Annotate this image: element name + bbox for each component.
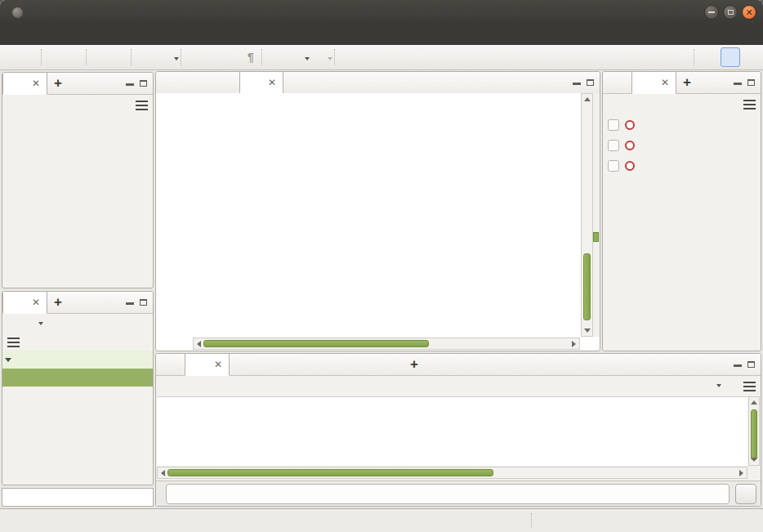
view-menu-icon[interactable] bbox=[743, 382, 756, 391]
scroll-left-arrow[interactable] bbox=[197, 341, 201, 347]
breakpoint-checkbox[interactable] bbox=[608, 119, 619, 131]
minimize-view-icon[interactable] bbox=[126, 302, 134, 305]
suspend-icon[interactable] bbox=[62, 318, 74, 330]
tab-relocate-64-s[interactable] bbox=[184, 72, 212, 93]
filter-icon[interactable] bbox=[84, 99, 96, 111]
forward-button[interactable] bbox=[310, 47, 328, 67]
debug-core-row-selected[interactable] bbox=[2, 369, 153, 387]
remove-console-icon[interactable] bbox=[682, 380, 694, 392]
editor-vertical-scrollbar[interactable] bbox=[581, 93, 593, 337]
scrollbar-thumb[interactable] bbox=[167, 469, 493, 476]
maximize-view-icon[interactable] bbox=[747, 79, 755, 86]
highlight-button[interactable] bbox=[156, 47, 174, 67]
scroll-up-arrow[interactable] bbox=[584, 97, 591, 101]
remove-breakpoint-icon[interactable] bbox=[658, 98, 670, 110]
disconnect-icon[interactable] bbox=[7, 318, 20, 330]
clean-icon[interactable] bbox=[118, 99, 131, 111]
forward-dropdown[interactable] bbox=[328, 57, 332, 63]
breakpoint-checkbox[interactable] bbox=[608, 160, 619, 172]
show-whitespace-button[interactable]: ¶ bbox=[242, 47, 260, 67]
console-horizontal-scrollbar[interactable] bbox=[157, 467, 747, 479]
document-box-button[interactable] bbox=[224, 47, 242, 67]
step-return-icon[interactable] bbox=[109, 318, 121, 330]
minimize-view-icon[interactable] bbox=[573, 83, 581, 85]
close-tab-icon[interactable]: ✕ bbox=[32, 78, 40, 89]
tab-variables[interactable] bbox=[230, 354, 259, 375]
flash-icon[interactable] bbox=[23, 318, 35, 330]
view-menu-icon[interactable] bbox=[7, 338, 20, 347]
new-view-button[interactable]: + bbox=[676, 72, 698, 93]
step-instruction-icon[interactable] bbox=[124, 318, 136, 330]
hidden-tabs-indicator[interactable] bbox=[283, 72, 301, 93]
scrollbar-thumb[interactable] bbox=[583, 253, 591, 320]
new-view-button[interactable]: + bbox=[47, 73, 69, 94]
new-view-button[interactable]: + bbox=[404, 354, 425, 375]
view-menu-icon[interactable] bbox=[136, 101, 148, 110]
tab-disassembly[interactable] bbox=[317, 354, 346, 375]
console-vertical-scrollbar[interactable] bbox=[748, 396, 760, 466]
import-button[interactable] bbox=[21, 47, 39, 67]
scrollbar-thumb[interactable] bbox=[203, 340, 429, 347]
overview-ruler[interactable] bbox=[593, 93, 600, 337]
minimize-view-icon[interactable] bbox=[734, 364, 742, 367]
edit-button[interactable] bbox=[188, 47, 206, 67]
minimize-view-icon[interactable] bbox=[126, 83, 134, 86]
new-window-button[interactable] bbox=[3, 47, 21, 67]
tab-board-r-c[interactable]: ✕ bbox=[239, 72, 283, 94]
close-tab-icon[interactable]: ✕ bbox=[214, 359, 222, 370]
import-projects-link[interactable] bbox=[17, 155, 146, 168]
view-menu-icon[interactable] bbox=[743, 100, 756, 110]
maximize-view-icon[interactable] bbox=[140, 80, 147, 87]
clear-console-icon[interactable] bbox=[631, 380, 643, 392]
close-tab-icon[interactable]: ✕ bbox=[661, 77, 669, 88]
scroll-lock-icon[interactable] bbox=[648, 380, 660, 392]
open-perspective-button[interactable] bbox=[701, 47, 721, 67]
debug-button[interactable] bbox=[48, 47, 66, 67]
titlebar[interactable]: ✕ bbox=[0, 0, 763, 25]
close-tab-icon[interactable]: ✕ bbox=[32, 297, 40, 308]
step-over-icon[interactable] bbox=[93, 318, 105, 330]
save-console-icon[interactable] bbox=[614, 380, 626, 392]
scroll-right-arrow[interactable] bbox=[572, 341, 576, 347]
build-icon[interactable] bbox=[101, 99, 114, 111]
step-into-icon[interactable] bbox=[78, 318, 90, 330]
scroll-up-arrow[interactable] bbox=[751, 400, 757, 405]
back-button[interactable] bbox=[287, 47, 305, 67]
code-area[interactable] bbox=[156, 93, 581, 337]
link-with-editor-icon[interactable] bbox=[67, 99, 79, 111]
debug-log-icon[interactable] bbox=[726, 380, 738, 392]
maximize-view-icon[interactable] bbox=[587, 79, 594, 86]
breakpoint-settings-icon[interactable] bbox=[726, 98, 738, 110]
select-element-button[interactable] bbox=[66, 47, 84, 67]
minimize-view-icon[interactable] bbox=[734, 83, 742, 85]
tab-console[interactable] bbox=[156, 354, 185, 375]
close-button[interactable]: ✕ bbox=[742, 5, 756, 20]
tab-breakpoints[interactable]: ✕ bbox=[631, 72, 676, 94]
console-output[interactable] bbox=[157, 396, 747, 466]
tab-target[interactable] bbox=[346, 354, 374, 375]
submit-button[interactable] bbox=[735, 484, 756, 504]
breakpoint-row[interactable] bbox=[603, 135, 761, 155]
debug-perspective-button[interactable] bbox=[721, 47, 740, 67]
tab-outline[interactable] bbox=[603, 72, 631, 93]
maximize-view-icon[interactable] bbox=[140, 299, 147, 306]
command-input[interactable] bbox=[166, 484, 730, 504]
save-all-button[interactable] bbox=[111, 47, 129, 67]
tab-memory[interactable] bbox=[288, 354, 317, 375]
pin-console-icon[interactable] bbox=[665, 380, 677, 392]
soc-perspective-button[interactable] bbox=[740, 47, 760, 67]
tab-spl-c[interactable] bbox=[156, 72, 184, 93]
remove-all-breakpoints-icon[interactable] bbox=[675, 98, 687, 110]
pin-editor-button[interactable] bbox=[341, 47, 359, 67]
scroll-right-arrow[interactable] bbox=[739, 470, 743, 476]
scroll-left-arrow[interactable] bbox=[161, 470, 165, 476]
last-edit-button[interactable] bbox=[269, 47, 287, 67]
scroll-down-arrow[interactable] bbox=[584, 329, 591, 333]
create-project-link[interactable] bbox=[17, 134, 146, 146]
breakpoint-checkbox[interactable] bbox=[608, 140, 619, 151]
highlight-dropdown[interactable] bbox=[174, 57, 179, 63]
close-tab-icon[interactable]: ✕ bbox=[268, 77, 276, 88]
resume-icon[interactable] bbox=[47, 318, 59, 330]
minimize-button[interactable] bbox=[704, 5, 719, 20]
editor-horizontal-scrollbar[interactable] bbox=[193, 338, 580, 350]
